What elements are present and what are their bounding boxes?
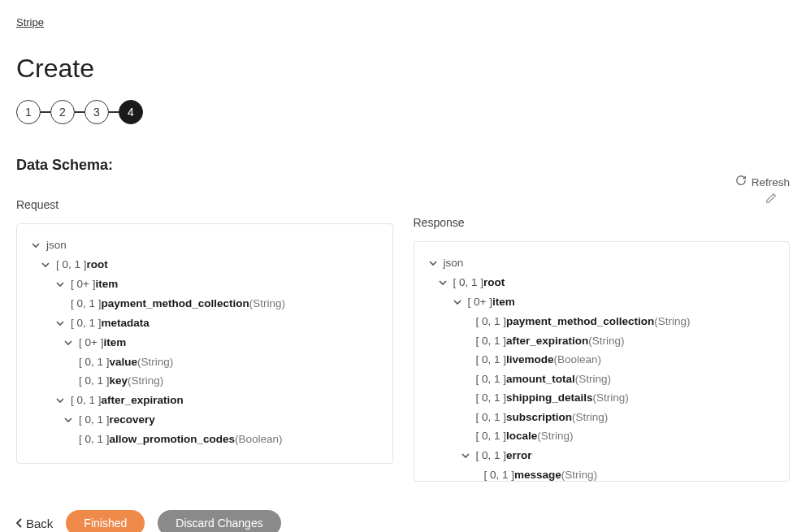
refresh-label: Refresh [752,176,790,188]
request-node-allow_promotion_codes[interactable]: [ 0, 1 ] allow_promotion_codes (Boolean) [30,430,379,449]
node-name: value [110,357,138,368]
node-type: (String) [137,357,173,368]
chevron-down-icon[interactable] [63,337,74,348]
step-3[interactable]: 3 [84,100,109,124]
node-name: after_expiration [102,395,184,406]
node-name: item [103,337,126,348]
response-label: Response [414,216,465,229]
finished-button[interactable]: Finished [66,510,145,532]
cardinality-label: [ 0, 1 ] [71,395,102,406]
request-node-value[interactable]: [ 0, 1 ] value (String) [30,353,379,372]
node-type: (String) [593,392,629,404]
response-node-amount_total[interactable]: [ 0, 1 ] amount_total (String) [427,370,777,389]
node-name: after_expiration [506,335,588,347]
chevron-down-icon[interactable] [63,414,74,426]
request-schema-box[interactable]: json[ 0, 1 ] root[ 0+ ] item[ 0, 1 ] pay… [16,223,393,464]
step-4[interactable]: 4 [119,100,143,124]
node-name: item [492,296,515,308]
chevron-down-icon[interactable] [40,259,51,270]
response-node-error[interactable]: [ 0, 1 ] error [427,446,777,465]
stepper: 1234 [16,100,790,124]
edit-button[interactable] [765,192,777,207]
request-node-payment_method_collection[interactable]: [ 0, 1 ] payment_method_collection (Stri… [30,294,379,314]
response-column: Refresh Response json[ 0, 1 ] root[ 0+ ]… [414,194,791,482]
cardinality-label: [ 0, 1 ] [476,354,507,365]
node-name: payment_method_collection [102,298,249,309]
node-name: locale [506,430,537,442]
page-title: Create [16,54,790,84]
node-name: metadata [102,318,150,329]
step-1[interactable]: 1 [16,100,41,124]
refresh-icon [735,175,747,189]
cardinality-label: [ 0, 1 ] [476,392,507,404]
node-type: (String) [654,316,690,327]
response-node-shipping_details[interactable]: [ 0, 1 ] shipping_details (String) [427,388,777,408]
request-node-json[interactable]: json [30,236,379,255]
response-node-locale[interactable]: [ 0, 1 ] locale (String) [427,426,777,446]
footer: Back Finished Discard Changes [16,510,790,532]
cardinality-label: [ 0, 1 ] [79,357,110,368]
step-connector [41,111,50,113]
node-name: json [46,240,67,251]
request-node-key[interactable]: [ 0, 1 ] key (String) [30,371,379,391]
breadcrumb-stripe[interactable]: Stripe [16,16,44,28]
cardinality-label: [ 0, 1 ] [476,412,507,423]
step-connector [109,111,119,113]
refresh-button[interactable]: Refresh [735,175,790,189]
chevron-down-icon[interactable] [54,318,66,329]
response-node-item[interactable]: [ 0+ ] item [427,292,777,312]
back-button[interactable]: Back [16,517,53,530]
node-name: message [514,469,561,481]
response-schema-box[interactable]: json[ 0, 1 ] root[ 0+ ] item[ 0, 1 ] pay… [414,241,791,482]
chevron-down-icon[interactable] [427,257,439,269]
response-node-livemode[interactable]: [ 0, 1 ] livemode (Boolean) [427,350,777,370]
step-2[interactable]: 2 [50,100,75,124]
response-node-after_expiration[interactable]: [ 0, 1 ] after_expiration (String) [427,331,777,351]
response-node-subscription[interactable]: [ 0, 1 ] subscription (String) [427,408,777,427]
node-type: (String) [575,374,611,385]
cardinality-label: [ 0, 1 ] [79,375,110,387]
response-node-payment_method_collection[interactable]: [ 0, 1 ] payment_method_collection (Stri… [427,312,777,331]
response-node-json[interactable]: json [427,253,777,273]
request-label: Request [16,198,58,211]
discard-changes-button[interactable]: Discard Changes [158,510,280,532]
request-node-item[interactable]: [ 0+ ] item [30,333,379,353]
cardinality-label: [ 0, 1 ] [79,414,110,426]
back-label: Back [26,517,53,530]
node-name: root [87,259,108,270]
node-name: root [483,277,505,288]
chevron-down-icon[interactable] [54,279,66,290]
cardinality-label: [ 0, 1 ] [56,259,87,270]
chevron-down-icon[interactable] [460,450,471,461]
node-type: (String) [572,412,608,423]
node-name: error [506,450,532,461]
step-connector [75,111,84,113]
chevron-down-icon[interactable] [54,395,66,406]
request-node-item[interactable]: [ 0+ ] item [30,275,379,294]
request-node-recovery[interactable]: [ 0, 1 ] recovery [30,410,379,430]
request-node-after_expiration[interactable]: [ 0, 1 ] after_expiration [30,391,379,410]
chevron-down-icon[interactable] [437,277,448,288]
node-type: (Boolean) [235,434,283,445]
node-name: livemode [506,354,554,365]
response-node-root[interactable]: [ 0, 1 ] root [427,273,777,292]
response-node-message[interactable]: [ 0, 1 ] message (String) [427,465,777,482]
chevron-down-icon[interactable] [452,296,463,308]
request-column: Request json[ 0, 1 ] root[ 0+ ] item[ 0,… [16,194,393,482]
cardinality-label: [ 0, 1 ] [476,335,507,347]
node-name: payment_method_collection [506,316,654,327]
node-name: recovery [110,414,155,426]
node-name: key [110,375,128,387]
cardinality-label: [ 0, 1 ] [476,316,507,327]
request-node-root[interactable]: [ 0, 1 ] root [30,255,379,275]
chevron-down-icon[interactable] [30,240,41,251]
node-type: (String) [588,335,624,347]
cardinality-label: [ 0, 1 ] [476,374,507,385]
section-title-data-schema: Data Schema: [16,157,790,174]
request-node-metadata[interactable]: [ 0, 1 ] metadata [30,314,379,333]
cardinality-label: [ 0, 1 ] [484,469,515,481]
node-name: item [95,279,118,290]
node-type: (String) [561,469,597,481]
cardinality-label: [ 0+ ] [79,337,103,348]
chevron-left-icon [16,517,23,530]
